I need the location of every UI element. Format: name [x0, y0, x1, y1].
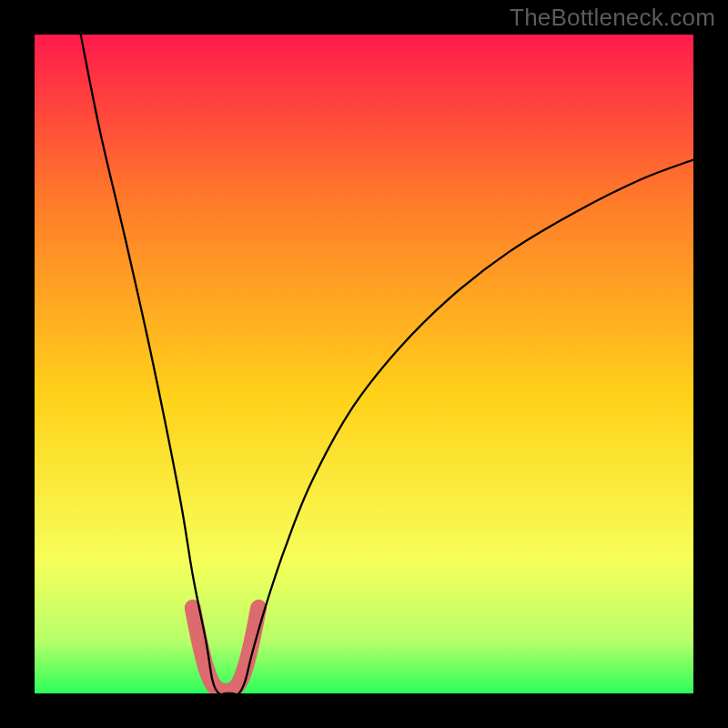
chart-canvas — [0, 0, 728, 728]
chart-background-gradient — [35, 35, 693, 693]
watermark-text: TheBottleneck.com — [510, 4, 715, 32]
bottleneck-chart: TheBottleneck.com — [0, 0, 728, 728]
